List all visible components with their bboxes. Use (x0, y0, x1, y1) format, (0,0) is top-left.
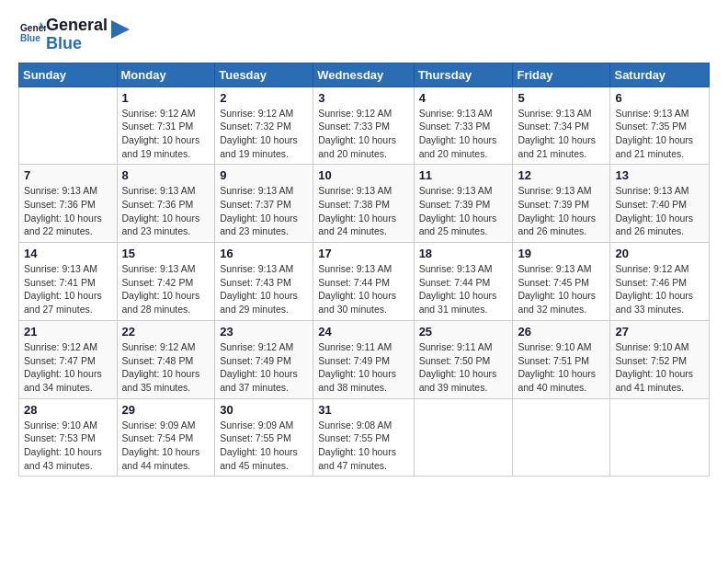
calendar-cell: 26Sunrise: 9:10 AM Sunset: 7:51 PM Dayli… (513, 320, 610, 398)
day-number: 10 (318, 168, 408, 182)
calendar-cell: 23Sunrise: 9:12 AM Sunset: 7:49 PM Dayli… (215, 320, 313, 398)
logo-text-general: General (46, 17, 108, 35)
day-number: 30 (220, 403, 308, 417)
weekday-header: Tuesday (215, 63, 313, 86)
day-info: Sunrise: 9:13 AM Sunset: 7:34 PM Dayligh… (518, 107, 605, 161)
day-number: 26 (518, 325, 605, 339)
day-info: Sunrise: 9:13 AM Sunset: 7:44 PM Dayligh… (318, 262, 408, 316)
calendar-cell: 3Sunrise: 9:12 AM Sunset: 7:33 PM Daylig… (313, 86, 414, 165)
page: General Blue General Blue SundayMond (0, 0, 728, 486)
day-info: Sunrise: 9:10 AM Sunset: 7:51 PM Dayligh… (518, 340, 605, 395)
day-info: Sunrise: 9:13 AM Sunset: 7:38 PM Dayligh… (318, 184, 408, 238)
calendar-cell: 1Sunrise: 9:12 AM Sunset: 7:31 PM Daylig… (117, 86, 215, 165)
day-info: Sunrise: 9:13 AM Sunset: 7:42 PM Dayligh… (122, 262, 210, 316)
calendar-cell: 28Sunrise: 9:10 AM Sunset: 7:53 PM Dayli… (19, 398, 118, 477)
day-number: 5 (518, 91, 605, 105)
day-info: Sunrise: 9:10 AM Sunset: 7:53 PM Dayligh… (24, 419, 112, 473)
day-info: Sunrise: 9:12 AM Sunset: 7:32 PM Dayligh… (220, 107, 308, 161)
day-number: 4 (419, 91, 508, 105)
calendar-cell: 12Sunrise: 9:13 AM Sunset: 7:39 PM Dayli… (513, 165, 610, 243)
calendar-cell: 19Sunrise: 9:13 AM Sunset: 7:45 PM Dayli… (513, 243, 610, 321)
day-info: Sunrise: 9:12 AM Sunset: 7:47 PM Dayligh… (24, 340, 112, 395)
day-info: Sunrise: 9:12 AM Sunset: 7:49 PM Dayligh… (220, 340, 308, 395)
day-number: 13 (615, 168, 704, 182)
calendar-cell: 24Sunrise: 9:11 AM Sunset: 7:49 PM Dayli… (313, 320, 414, 398)
calendar-cell: 27Sunrise: 9:10 AM Sunset: 7:52 PM Dayli… (610, 320, 710, 398)
day-info: Sunrise: 9:13 AM Sunset: 7:40 PM Dayligh… (615, 184, 704, 238)
day-number: 23 (220, 325, 308, 339)
calendar-week-row: 28Sunrise: 9:10 AM Sunset: 7:53 PM Dayli… (19, 398, 710, 477)
day-info: Sunrise: 9:13 AM Sunset: 7:39 PM Dayligh… (518, 184, 605, 238)
day-info: Sunrise: 9:13 AM Sunset: 7:33 PM Dayligh… (419, 107, 508, 161)
day-info: Sunrise: 9:08 AM Sunset: 7:55 PM Dayligh… (318, 419, 408, 473)
day-info: Sunrise: 9:12 AM Sunset: 7:48 PM Dayligh… (122, 340, 210, 395)
day-number: 20 (615, 247, 704, 260)
calendar-week-row: 14Sunrise: 9:13 AM Sunset: 7:41 PM Dayli… (19, 243, 710, 321)
day-info: Sunrise: 9:13 AM Sunset: 7:41 PM Dayligh… (24, 262, 112, 316)
weekday-header: Sunday (19, 63, 118, 86)
day-number: 29 (122, 403, 210, 417)
weekday-header: Saturday (610, 63, 710, 86)
day-number: 24 (318, 325, 408, 339)
logo-icon: General Blue (20, 20, 46, 46)
day-number: 19 (518, 247, 605, 260)
weekday-header: Thursday (414, 63, 513, 86)
day-number: 31 (318, 403, 408, 417)
day-info: Sunrise: 9:13 AM Sunset: 7:36 PM Dayligh… (24, 184, 112, 238)
calendar-cell: 30Sunrise: 9:09 AM Sunset: 7:55 PM Dayli… (215, 398, 313, 477)
day-info: Sunrise: 9:13 AM Sunset: 7:36 PM Dayligh… (122, 184, 210, 238)
day-info: Sunrise: 9:13 AM Sunset: 7:35 PM Dayligh… (615, 107, 704, 161)
calendar-cell: 7Sunrise: 9:13 AM Sunset: 7:36 PM Daylig… (19, 165, 118, 243)
calendar-cell: 6Sunrise: 9:13 AM Sunset: 7:35 PM Daylig… (610, 86, 710, 165)
day-number: 15 (122, 247, 210, 260)
calendar-table: SundayMondayTuesdayWednesdayThursdayFrid… (18, 63, 710, 477)
day-number: 11 (419, 168, 508, 182)
day-info: Sunrise: 9:13 AM Sunset: 7:39 PM Dayligh… (419, 184, 508, 238)
calendar-header-row: SundayMondayTuesdayWednesdayThursdayFrid… (19, 63, 710, 86)
calendar-week-row: 1Sunrise: 9:12 AM Sunset: 7:31 PM Daylig… (19, 86, 710, 165)
day-info: Sunrise: 9:12 AM Sunset: 7:31 PM Dayligh… (122, 107, 210, 161)
calendar-cell (414, 398, 513, 477)
calendar-cell: 16Sunrise: 9:13 AM Sunset: 7:43 PM Dayli… (215, 243, 313, 321)
calendar-cell: 10Sunrise: 9:13 AM Sunset: 7:38 PM Dayli… (313, 165, 414, 243)
calendar-cell: 17Sunrise: 9:13 AM Sunset: 7:44 PM Dayli… (313, 243, 414, 321)
svg-marker-3 (111, 20, 130, 39)
calendar-cell: 22Sunrise: 9:12 AM Sunset: 7:48 PM Dayli… (117, 320, 215, 398)
day-info: Sunrise: 9:13 AM Sunset: 7:44 PM Dayligh… (419, 262, 508, 316)
calendar-cell (19, 86, 118, 165)
weekday-header: Friday (513, 63, 610, 86)
weekday-header: Wednesday (313, 63, 414, 86)
day-number: 28 (24, 403, 112, 417)
weekday-header: Monday (117, 63, 215, 86)
svg-text:Blue: Blue (20, 33, 40, 43)
calendar-cell: 21Sunrise: 9:12 AM Sunset: 7:47 PM Dayli… (19, 320, 118, 398)
logo-text-blue: Blue (46, 35, 108, 53)
calendar-cell: 9Sunrise: 9:13 AM Sunset: 7:37 PM Daylig… (215, 165, 313, 243)
day-number: 14 (24, 247, 112, 260)
day-number: 17 (318, 247, 408, 260)
calendar-cell: 29Sunrise: 9:09 AM Sunset: 7:54 PM Dayli… (117, 398, 215, 477)
day-number: 7 (24, 168, 112, 182)
calendar-cell: 5Sunrise: 9:13 AM Sunset: 7:34 PM Daylig… (513, 86, 610, 165)
day-info: Sunrise: 9:11 AM Sunset: 7:49 PM Dayligh… (318, 340, 408, 395)
calendar-week-row: 21Sunrise: 9:12 AM Sunset: 7:47 PM Dayli… (19, 320, 710, 398)
day-info: Sunrise: 9:11 AM Sunset: 7:50 PM Dayligh… (419, 340, 508, 395)
calendar-cell: 31Sunrise: 9:08 AM Sunset: 7:55 PM Dayli… (313, 398, 414, 477)
day-info: Sunrise: 9:12 AM Sunset: 7:33 PM Dayligh… (318, 107, 408, 161)
calendar-cell: 14Sunrise: 9:13 AM Sunset: 7:41 PM Dayli… (19, 243, 118, 321)
day-info: Sunrise: 9:09 AM Sunset: 7:54 PM Dayligh… (122, 419, 210, 473)
calendar-cell: 15Sunrise: 9:13 AM Sunset: 7:42 PM Dayli… (117, 243, 215, 321)
day-number: 3 (318, 91, 408, 105)
calendar-cell: 13Sunrise: 9:13 AM Sunset: 7:40 PM Dayli… (610, 165, 710, 243)
calendar-cell (513, 398, 610, 477)
day-number: 9 (220, 168, 308, 182)
day-info: Sunrise: 9:13 AM Sunset: 7:43 PM Dayligh… (220, 262, 308, 316)
logo-arrow-icon (111, 20, 130, 39)
day-number: 1 (122, 91, 210, 105)
day-number: 18 (419, 247, 508, 260)
day-number: 22 (122, 325, 210, 339)
calendar-cell: 8Sunrise: 9:13 AM Sunset: 7:36 PM Daylig… (117, 165, 215, 243)
day-info: Sunrise: 9:13 AM Sunset: 7:45 PM Dayligh… (518, 262, 605, 316)
day-number: 12 (518, 168, 605, 182)
calendar-cell: 25Sunrise: 9:11 AM Sunset: 7:50 PM Dayli… (414, 320, 513, 398)
